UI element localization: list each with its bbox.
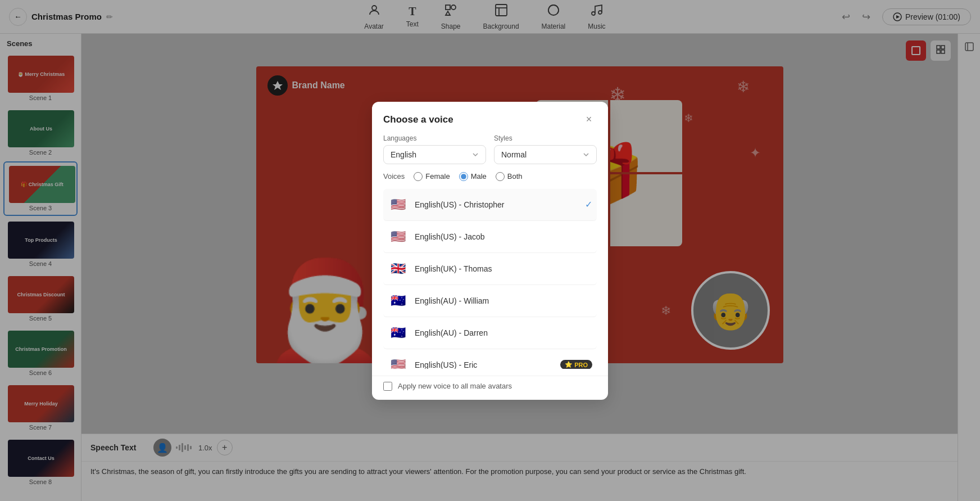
close-icon: × [586, 114, 592, 125]
modal-close-button[interactable]: × [581, 112, 597, 128]
voice-name-jacob: English(US) - Jacob [415, 232, 592, 241]
radio-both[interactable] [496, 172, 505, 181]
voice-item-eric[interactable]: 🇺🇸 English(US) - Eric ⭐ PRO [383, 349, 597, 369]
radio-male[interactable] [459, 172, 468, 181]
radio-female-text: Female [425, 172, 450, 180]
modal-title: Choose a voice [383, 114, 453, 125]
languages-label: Languages [383, 134, 486, 142]
language-dropdown[interactable]: English Chinese Spanish French [383, 145, 486, 164]
voice-list: 🇺🇸 English(US) - Christopher ✓ 🇺🇸 Englis… [383, 189, 597, 369]
voice-item-darren[interactable]: 🇦🇺 English(AU) - Darren [383, 317, 597, 349]
voice-item-jacob[interactable]: 🇺🇸 English(US) - Jacob [383, 221, 597, 253]
voice-item-christopher[interactable]: 🇺🇸 English(US) - Christopher ✓ [383, 189, 597, 221]
voice-name-christopher: English(US) - Christopher [415, 200, 578, 209]
pro-label-eric: PRO [574, 362, 588, 368]
check-christopher: ✓ [585, 199, 592, 210]
modal-footer: Apply new voice to all male avatars [372, 376, 608, 400]
apply-all-label[interactable]: Apply new voice to all male avatars [398, 382, 512, 390]
voice-item-william[interactable]: 🇦🇺 English(AU) - William [383, 285, 597, 317]
style-dropdown[interactable]: Normal Cheerful Sad [494, 145, 597, 164]
style-selector-group: Styles Normal Cheerful Sad [494, 134, 597, 164]
flag-uk-thomas: 🇬🇧 [388, 259, 408, 279]
modal-header: Choose a voice × [372, 102, 608, 134]
styles-label: Styles [494, 134, 597, 142]
choose-voice-modal: Choose a voice × Languages English Chine… [372, 102, 608, 400]
flag-us-jacob: 🇺🇸 [388, 227, 408, 247]
flag-us-christopher: 🇺🇸 [388, 195, 408, 215]
flag-au-william: 🇦🇺 [388, 291, 408, 311]
gender-radio-group: Female Male Both [414, 172, 522, 181]
modal-overlay[interactable]: Choose a voice × Languages English Chine… [0, 0, 980, 501]
modal-selectors: Languages English Chinese Spanish French… [383, 134, 597, 164]
radio-male-text: Male [471, 172, 487, 180]
voice-name-william: English(AU) - William [415, 296, 592, 305]
language-selector-group: Languages English Chinese Spanish French [383, 134, 486, 164]
apply-all-checkbox[interactable] [383, 382, 392, 391]
voices-label: Voices [383, 172, 405, 180]
voices-filter-row: Voices Female Male Both [383, 172, 597, 181]
voice-name-thomas: English(UK) - Thomas [415, 264, 592, 273]
pro-star-icon: ⭐ [565, 361, 573, 368]
modal-body: Languages English Chinese Spanish French… [372, 134, 608, 376]
voice-name-darren: English(AU) - Darren [415, 328, 592, 337]
voice-name-eric: English(US) - Eric [415, 360, 553, 369]
flag-us-eric: 🇺🇸 [388, 355, 408, 369]
flag-au-darren: 🇦🇺 [388, 323, 408, 343]
voice-item-thomas[interactable]: 🇬🇧 English(UK) - Thomas [383, 253, 597, 285]
radio-both-label[interactable]: Both [496, 172, 523, 181]
pro-badge-eric: ⭐ PRO [560, 360, 592, 369]
radio-female-label[interactable]: Female [414, 172, 450, 181]
radio-male-label[interactable]: Male [459, 172, 487, 181]
radio-both-text: Both [507, 172, 523, 180]
radio-female[interactable] [414, 172, 423, 181]
